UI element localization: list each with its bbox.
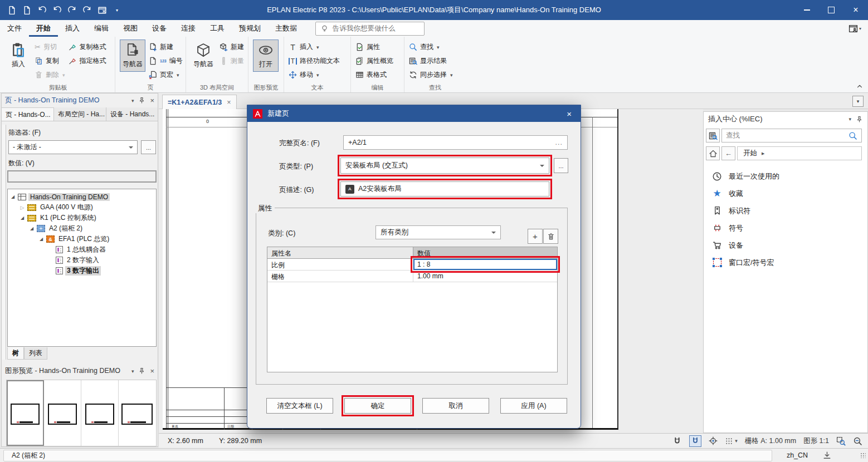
insert-text-button[interactable]: T插入 <box>289 41 340 53</box>
page-type-more-button[interactable]: ... <box>554 158 568 173</box>
paste-button[interactable]: 插入 <box>6 40 31 72</box>
property-overview-button[interactable]: 属性概览 <box>355 55 393 67</box>
snap-toggle[interactable] <box>689 435 701 447</box>
tree-item-k1[interactable]: ◢K1 (PLC 控制系统) <box>8 213 156 223</box>
tell-me-search[interactable]: 告诉我你想要做什么 <box>315 22 425 36</box>
insert-item-identifiers[interactable]: 标识符 <box>704 202 867 219</box>
assign-format-button[interactable]: 指定格式 <box>69 55 106 67</box>
tree-item-efa1[interactable]: ◢EFA1 (PLC 总览) <box>8 234 156 244</box>
panel-close-icon[interactable]: × <box>150 367 154 375</box>
page-navigator-button[interactable]: 导航器 <box>120 40 145 72</box>
cancel-button[interactable]: 取消 <box>422 398 489 414</box>
panel-menu-icon[interactable]: ▾ <box>131 368 134 374</box>
pin-icon[interactable] <box>138 367 145 375</box>
page-type-combo[interactable]: 安装板布局 (交互式) <box>340 158 549 174</box>
pin-icon[interactable] <box>856 116 863 123</box>
download-icon[interactable] <box>822 451 832 460</box>
dialog-close-icon[interactable]: × <box>567 109 575 119</box>
filter-more-button[interactable]: ... <box>141 140 156 154</box>
panel-menu-icon[interactable]: ▾ <box>131 98 134 104</box>
more-icon[interactable]: ... <box>555 139 563 146</box>
tab-insert[interactable]: 插入 <box>58 20 87 37</box>
number-pages-button[interactable]: 123编号 <box>149 55 183 67</box>
delete-property-button[interactable] <box>543 229 558 244</box>
page-thumbnail[interactable] <box>7 380 44 446</box>
tab-close-icon[interactable]: × <box>227 99 231 106</box>
insert-center-search[interactable]: 查找 <box>721 129 862 142</box>
table-row-grid[interactable]: 栅格 1.00 mm <box>267 271 557 282</box>
add-property-button[interactable]: + <box>528 229 543 244</box>
table-format-button[interactable]: 表格式 <box>355 69 393 81</box>
tab-home[interactable]: 开始 <box>29 20 58 37</box>
table-row-scale[interactable]: 比例 1 : 8 <box>267 259 557 271</box>
next-page-icon[interactable] <box>22 5 32 15</box>
panel-tab-devices[interactable]: 设备 - Hands... <box>106 107 158 121</box>
properties-button[interactable]: 属性 <box>355 41 393 53</box>
close-project-icon[interactable] <box>97 5 107 15</box>
tab-masterdata[interactable]: 主数据 <box>268 20 304 37</box>
zoom-selection-icon[interactable] <box>836 436 846 446</box>
insert-item-macros[interactable]: 窗口宏/符号宏 <box>704 254 867 271</box>
insert-item-symbols[interactable]: 符号 <box>704 219 867 237</box>
tree-item-page-2[interactable]: 2 数字输入 <box>8 255 156 266</box>
page-thumbnail[interactable] <box>44 380 81 446</box>
copy-format-button[interactable]: 复制格式 <box>69 41 106 53</box>
path-function-text-button[interactable]: T路径功能文本 <box>289 55 340 67</box>
redo-icon[interactable] <box>67 5 77 15</box>
resize-grip[interactable] <box>860 453 866 458</box>
tab-connection[interactable]: 连接 <box>174 20 203 37</box>
tab-tools[interactable]: 工具 <box>203 20 232 37</box>
collapse-ribbon-button[interactable] <box>855 82 865 91</box>
tree-item-project[interactable]: ◢Hands-On Training DEMO <box>8 191 156 202</box>
tab-device[interactable]: 设备 <box>145 20 174 37</box>
page-macro-button[interactable]: 页宏 <box>149 69 183 81</box>
maximize-button[interactable] <box>819 0 843 20</box>
customize-quick-access-icon[interactable]: ▾ <box>112 5 122 15</box>
center-snap-icon[interactable] <box>709 436 718 445</box>
pin-icon[interactable] <box>138 97 145 104</box>
tree-item-page-3[interactable]: 3 数字输出 <box>8 266 156 276</box>
close-button[interactable]: × <box>843 0 868 20</box>
editor-tab[interactable]: =K1+A2&EFA1/3 × <box>162 95 237 109</box>
undo-list-icon[interactable] <box>37 5 47 15</box>
panel-tab-pages[interactable]: 页 - Hands-O... <box>2 107 54 121</box>
workspace-button[interactable]: ▾ <box>849 24 861 33</box>
ok-button[interactable]: 确定 <box>344 398 411 414</box>
tree-item-gaa[interactable]: ▷GAA (400 V 电源) <box>8 202 156 213</box>
category-combo[interactable]: 所有类别 <box>376 225 501 239</box>
panel-close-icon[interactable]: × <box>150 96 154 105</box>
grid-toggle[interactable]: ▾ <box>725 437 738 445</box>
tree-item-a2[interactable]: ◢A2 (箱柜 2) <box>8 223 156 234</box>
sync-selection-button[interactable]: 同步选择 <box>409 69 453 81</box>
back-button[interactable]: ← <box>721 146 735 160</box>
tab-edit[interactable]: 编辑 <box>87 20 116 37</box>
insert-item-favorites[interactable]: ★收藏 <box>704 185 867 202</box>
filter-combo[interactable]: - 未激活 - <box>8 140 138 154</box>
scale-value-cell[interactable]: 1 : 8 <box>413 259 557 270</box>
page-thumbnail[interactable] <box>119 380 156 446</box>
tab-list[interactable]: 列表 <box>24 347 47 360</box>
previous-page-icon[interactable] <box>7 5 17 15</box>
apply-button[interactable]: 应用 (A) <box>500 398 567 414</box>
show-results-button[interactable]: 显示结果 <box>409 55 453 67</box>
panel-menu-icon[interactable]: ▾ <box>849 116 851 122</box>
tab-file[interactable]: 文件 <box>0 20 29 37</box>
page-description-input[interactable]: A A2安装板布局 <box>340 181 549 196</box>
new-page-button[interactable]: 新建 <box>149 41 183 53</box>
show-results-button[interactable] <box>706 129 720 142</box>
layout-space-navigator-button[interactable]: 导航器 <box>191 40 216 72</box>
magnet-icon[interactable] <box>672 436 682 446</box>
new-layout-space-button[interactable]: 新建 <box>220 41 244 53</box>
insert-item-devices[interactable]: 设备 <box>704 237 867 254</box>
find-button[interactable]: 查找 <box>409 41 453 53</box>
clear-text-button[interactable]: 清空文本框 (L) <box>266 398 333 414</box>
tree-item-page-1[interactable]: 1 总线耦合器 <box>8 244 156 255</box>
full-page-name-input[interactable]: +A2/1 ... <box>343 135 568 150</box>
copy-button[interactable]: 复制 <box>35 55 65 67</box>
open-preview-button[interactable]: 打开 <box>253 40 279 72</box>
tab-view[interactable]: 视图 <box>116 20 145 37</box>
minimize-button[interactable] <box>794 0 819 20</box>
home-button[interactable] <box>706 146 720 160</box>
page-thumbnail[interactable] <box>81 380 119 446</box>
tab-tree[interactable]: 树 <box>7 347 24 360</box>
